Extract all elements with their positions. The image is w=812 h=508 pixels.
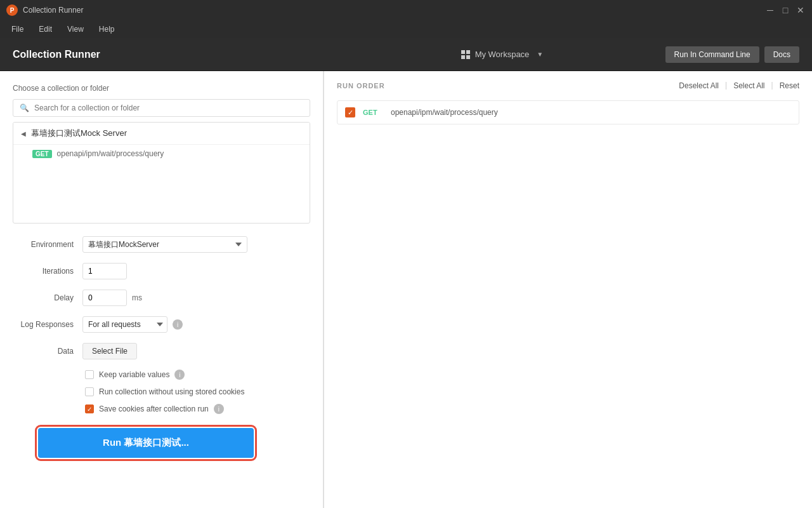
keep-variables-label: Keep variable values [99,370,169,379]
save-cookies-checkbox[interactable] [85,404,94,413]
select-all-button[interactable]: Select All [733,81,764,90]
save-cookies-label: Save cookies after collection run [99,404,209,413]
search-icon: 🔍 [20,104,29,112]
environment-label: Environment [13,240,82,249]
window-controls: ─ □ ✕ [765,5,806,15]
delay-input[interactable] [82,290,127,306]
workspace-label: My Workspace [475,50,530,59]
deselect-all-button[interactable]: Deselect All [679,81,719,90]
run-without-cookies-label: Run collection without using stored cook… [99,387,244,396]
method-badge: GET [32,150,52,158]
minimize-button[interactable]: ─ [765,5,775,15]
run-order-actions: Deselect All | Select All | Reset [679,81,799,90]
collection-list: ◀ 幕墙接口测试Mock Server GET openapi/ipm/wait… [13,122,310,224]
header-bar: Collection Runner My Workspace ▼ Run In … [0,38,812,71]
iterations-input[interactable] [82,263,127,279]
request-endpoint: openapi/ipm/wait/process/query [391,108,498,117]
log-responses-row: Log Responses For all requests For faile… [13,316,310,333]
delay-row: Delay ms [13,290,310,306]
menu-file[interactable]: File [5,22,30,36]
request-method: GET [363,109,383,116]
workspace-selector[interactable]: My Workspace ▼ [339,50,665,59]
keep-variables-row: Keep variable values i [13,370,310,380]
select-file-button[interactable]: Select File [82,343,137,359]
close-button[interactable]: ✕ [796,5,806,15]
request-checkbox[interactable] [345,107,355,117]
save-cookies-info-icon: i [214,404,224,414]
maximize-button[interactable]: □ [780,5,790,15]
search-box[interactable]: 🔍 [13,99,310,117]
title-bar: P Collection Runner ─ □ ✕ [0,0,812,20]
reset-button[interactable]: Reset [780,81,799,90]
folder-name: 幕墙接口测试Mock Server [31,128,127,139]
main-layout: Choose a collection or folder 🔍 ◀ 幕墙接口测试… [0,71,812,508]
run-button-wrap: Run 幕墙接口测试... [13,428,310,458]
save-cookies-row: Save cookies after collection run i [13,404,310,414]
collection-folder[interactable]: ◀ 幕墙接口测试Mock Server [13,123,310,145]
log-responses-wrap: For all requests For failed requests Non… [82,316,183,333]
environment-select[interactable]: 幕墙接口MockServer No Environment [82,236,247,253]
endpoint-text: openapi/ipm/wait/process/query [57,149,164,158]
log-responses-select[interactable]: For all requests For failed requests Non… [82,316,167,333]
run-in-command-line-button[interactable]: Run In Command Line [665,46,759,63]
left-panel: Choose a collection or folder 🔍 ◀ 幕墙接口测试… [0,71,324,508]
request-item: GET openapi/ipm/wait/process/query [337,100,799,124]
run-without-cookies-row: Run collection without using stored cook… [13,387,310,396]
environment-row: Environment 幕墙接口MockServer No Environmen… [13,236,310,253]
iterations-label: Iterations [13,267,82,276]
data-label: Data [13,347,82,356]
log-responses-info-icon: i [173,319,183,330]
ms-label: ms [132,293,142,302]
data-row: Data Select File [13,343,310,359]
run-order-title: RUN ORDER [337,82,679,90]
docs-button[interactable]: Docs [764,46,799,63]
menu-bar: File Edit View Help [0,20,812,38]
menu-view[interactable]: View [61,22,90,36]
folder-arrow-icon: ◀ [21,130,26,137]
right-panel: RUN ORDER Deselect All | Select All | Re… [324,71,812,508]
collection-item[interactable]: GET openapi/ipm/wait/process/query [13,145,310,163]
run-order-header: RUN ORDER Deselect All | Select All | Re… [337,81,799,90]
app-title: Collection Runner [13,49,339,60]
header-actions: Run In Command Line Docs [665,46,799,63]
workspace-chevron-icon: ▼ [537,51,543,58]
app-icon: P [6,4,18,16]
menu-help[interactable]: Help [93,22,121,36]
search-input[interactable] [34,104,303,112]
window-title: Collection Runner [23,6,765,15]
keep-variables-checkbox[interactable] [85,370,94,379]
keep-variables-info-icon: i [174,370,185,380]
action-divider: | [725,81,727,90]
delay-label: Delay [13,293,82,302]
run-collection-button[interactable]: Run 幕墙接口测试... [38,428,254,458]
log-responses-label: Log Responses [13,320,82,329]
section-label: Choose a collection or folder [13,84,310,93]
iterations-row: Iterations [13,263,310,279]
run-without-cookies-checkbox[interactable] [85,387,94,396]
action-divider-2: | [771,81,773,90]
workspace-grid-icon [461,50,470,59]
menu-edit[interactable]: Edit [32,22,58,36]
